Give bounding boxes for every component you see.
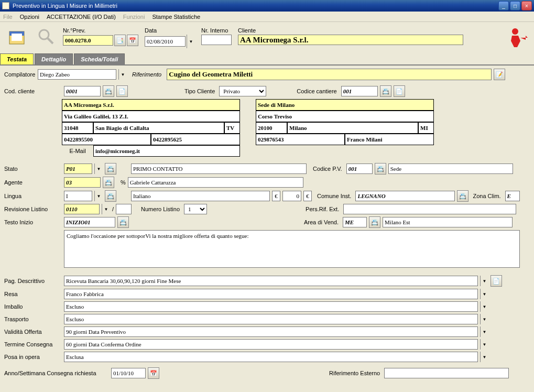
imballo-dropdown-icon[interactable]: ▼ — [480, 301, 488, 312]
validita-dropdown-icon[interactable]: ▼ — [480, 326, 488, 337]
tipo-cliente-label: Tipo Cliente — [184, 88, 215, 94]
cantiere-prov[interactable] — [418, 122, 434, 134]
numero-listino-select[interactable]: 1 — [184, 204, 207, 214]
tipo-cliente-select[interactable]: Privato — [219, 86, 266, 96]
cod-cliente-lookup-icon[interactable]: 📇 — [103, 85, 114, 97]
data-input[interactable] — [145, 36, 186, 47]
svg-line-4 — [48, 38, 53, 43]
codice-cantiere-lookup-icon[interactable]: 📇 — [380, 85, 391, 97]
lingua-input[interactable] — [64, 191, 92, 201]
maximize-button[interactable]: □ — [510, 1, 520, 10]
agente-lookup-icon[interactable]: 📇 — [103, 177, 114, 188]
nr-prev-input[interactable] — [63, 35, 113, 46]
codice-cantiere-new-icon[interactable]: 📄 — [394, 85, 405, 97]
termine-dropdown-icon[interactable]: ▼ — [480, 339, 488, 350]
cod-cliente-new-icon[interactable]: 📄 — [116, 85, 128, 97]
cliente-tel2[interactable] — [151, 134, 240, 145]
nr-interno-input[interactable] — [201, 35, 232, 45]
resa-dropdown-icon[interactable]: ▼ — [480, 289, 488, 299]
anno-sett-input[interactable] — [111, 368, 146, 378]
cliente-citta[interactable] — [93, 122, 224, 134]
trasporto-dropdown-icon[interactable]: ▼ — [480, 314, 488, 324]
rev-listino-dropdown-icon[interactable]: ▼ — [102, 204, 110, 214]
stato-lookup-icon[interactable]: 📇 — [105, 163, 116, 175]
exit-icon[interactable] — [505, 25, 530, 48]
area-vend-input[interactable] — [343, 217, 367, 227]
menu-stampe[interactable]: Stampe Statistiche — [152, 14, 200, 20]
testo-inizio-input[interactable] — [64, 217, 115, 227]
testo-body[interactable] — [64, 230, 520, 268]
stato-desc[interactable] — [131, 164, 307, 174]
zona-clim-input[interactable] — [505, 191, 520, 201]
save-icon[interactable] — [4, 25, 29, 48]
resa-input[interactable] — [64, 289, 478, 299]
rif-esterno-input[interactable] — [384, 368, 509, 378]
cantiere-nome[interactable] — [256, 99, 434, 111]
imballo-input[interactable] — [64, 301, 478, 312]
cantiere-cap[interactable] — [256, 122, 287, 134]
riferimento-input[interactable] — [167, 69, 492, 80]
pag-desc-dropdown-icon[interactable]: ▼ — [480, 276, 488, 286]
codice-pv-lookup-icon[interactable]: 📇 — [375, 163, 386, 175]
riferimento-note-icon[interactable]: 📝 — [494, 69, 505, 80]
lingua-dropdown-icon[interactable]: ▼ — [94, 191, 103, 201]
rev-suffix[interactable] — [116, 204, 132, 214]
tab-testata[interactable]: Testata — [0, 53, 34, 64]
menu-file[interactable]: File — [3, 14, 13, 20]
cliente-cap[interactable] — [62, 122, 93, 134]
comune-lookup-icon[interactable]: 📇 — [457, 190, 468, 202]
cliente-nome[interactable] — [62, 99, 240, 111]
cantiere-via[interactable] — [256, 111, 434, 122]
cliente-via[interactable] — [62, 111, 240, 122]
posa-dropdown-icon[interactable]: ▼ — [480, 352, 488, 362]
lingua-val[interactable] — [282, 191, 301, 201]
tab-scheda[interactable]: Scheda/Totali — [74, 53, 125, 64]
menu-funzioni[interactable]: Funzioni — [123, 14, 145, 20]
codice-cantiere-input[interactable] — [341, 86, 378, 96]
area-vend-lookup-icon[interactable]: 📇 — [369, 216, 380, 228]
stato-input[interactable] — [64, 164, 92, 174]
search-icon[interactable] — [34, 25, 59, 48]
codice-pv-input[interactable] — [346, 164, 373, 174]
lingua-lookup-icon[interactable]: 📇 — [105, 190, 116, 202]
stato-dropdown-icon[interactable]: ▼ — [94, 164, 103, 174]
cantiere-ref[interactable] — [345, 134, 434, 145]
pag-desc-input[interactable] — [64, 276, 478, 286]
numero-listino-label: Numero Listino — [141, 206, 180, 212]
agente-input[interactable] — [64, 177, 101, 188]
termine-label: Termine Consegna — [4, 341, 62, 347]
calendar-icon[interactable]: 📅 — [127, 35, 138, 46]
cliente-email[interactable] — [93, 145, 240, 157]
minimize-button[interactable]: _ — [498, 1, 509, 10]
close-button[interactable]: × — [521, 1, 532, 10]
validita-input[interactable] — [64, 326, 478, 337]
rev-listino-input[interactable] — [64, 204, 100, 214]
lingua-label: Lingua — [4, 193, 62, 199]
menu-accettazione[interactable]: ACCETTAZIONE (I/O Dati) — [47, 14, 116, 20]
compilatore-dropdown-icon[interactable]: ▼ — [118, 69, 127, 80]
menu-opzioni[interactable]: Opzioni — [20, 14, 39, 20]
cliente-input[interactable] — [238, 35, 463, 45]
codice-pv-desc[interactable] — [388, 164, 513, 174]
cantiere-citta[interactable] — [287, 122, 418, 134]
trasporto-input[interactable] — [64, 314, 478, 324]
termine-input[interactable] — [64, 339, 478, 350]
agente-label: Agente — [4, 179, 62, 186]
anno-sett-cal-icon[interactable]: 📅 — [148, 367, 159, 379]
posa-input[interactable] — [64, 352, 478, 362]
cod-cliente-input[interactable] — [64, 86, 101, 96]
area-vend-desc[interactable] — [383, 217, 513, 227]
lingua-desc[interactable] — [131, 191, 270, 201]
tab-dettaglio[interactable]: Dettaglio — [35, 53, 73, 64]
cliente-tel1[interactable] — [62, 134, 151, 145]
compilatore-input[interactable] — [38, 69, 116, 80]
pag-desc-note-icon[interactable]: 📄 — [491, 275, 502, 287]
comune-inst-input[interactable] — [355, 191, 455, 201]
nr-prev-lookup-icon[interactable]: 📑 — [114, 35, 126, 46]
cantiere-tel[interactable] — [256, 134, 345, 145]
pers-rif-ext-input[interactable] — [343, 204, 516, 214]
cliente-prov[interactable] — [224, 122, 240, 134]
testo-inizio-lookup-icon[interactable]: 📇 — [117, 216, 129, 228]
agente-desc[interactable] — [128, 177, 303, 188]
data-dropdown-icon[interactable]: ▼ — [187, 35, 195, 48]
